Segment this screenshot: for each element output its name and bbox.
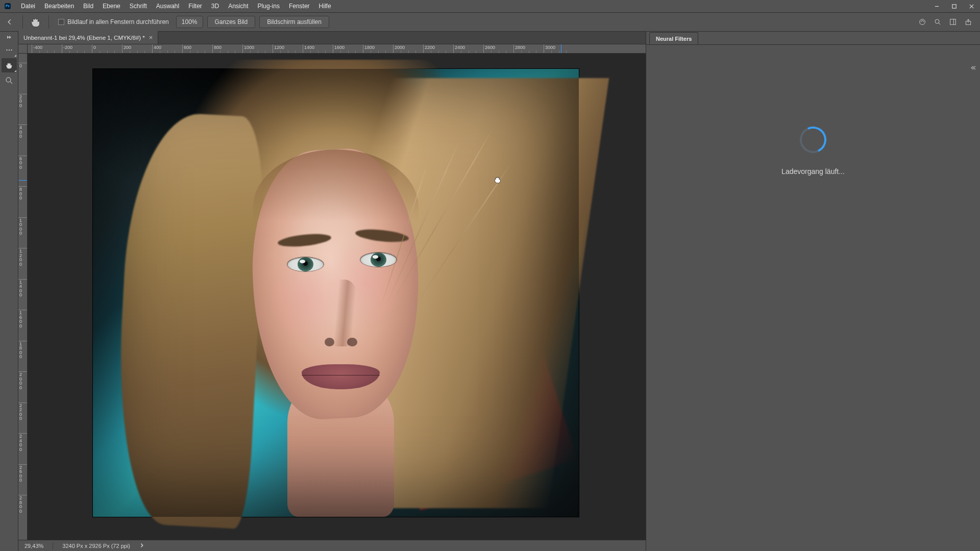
menu-ansicht[interactable]: Ansicht bbox=[224, 1, 253, 12]
right-panel: Neural Filters Ladevorgang läuft... bbox=[646, 32, 980, 551]
cloud-documents-icon[interactable] bbox=[918, 17, 927, 27]
menu-auswahl[interactable]: Auswahl bbox=[152, 1, 184, 12]
zoom-100-button[interactable]: 100% bbox=[176, 16, 203, 28]
checkbox-icon bbox=[58, 19, 64, 25]
ruler-horizontal[interactable]: -400-20002004006008001000120014001600180… bbox=[28, 44, 646, 54]
titlebar: Ps DateiBearbeitenBildEbeneSchriftAuswah… bbox=[0, 0, 980, 12]
svg-point-14 bbox=[8, 49, 9, 51]
menu-plug-ins[interactable]: Plug-ins bbox=[253, 1, 284, 12]
neural-filters-panel-body: Ladevorgang läuft... bbox=[646, 45, 980, 551]
options-bar: Bildlauf in allen Fenstern durchführen 1… bbox=[0, 12, 980, 32]
close-icon[interactable]: × bbox=[149, 34, 153, 41]
ruler-vertical[interactable]: 0200400600800100012001400160018002000220… bbox=[18, 54, 28, 540]
toolbar-expand-icon[interactable] bbox=[6, 35, 13, 40]
document-tab[interactable]: Unbenannt-1 bei 29,4% (Ebene 1, CMYK/8#)… bbox=[18, 31, 158, 44]
ruler-origin-corner[interactable] bbox=[18, 44, 28, 54]
loading-spinner-icon bbox=[796, 123, 830, 157]
menu-3d[interactable]: 3D bbox=[207, 1, 224, 12]
chevron-right-icon[interactable] bbox=[139, 543, 144, 549]
menu-ebene[interactable]: Ebene bbox=[98, 1, 125, 12]
canvas-viewport[interactable] bbox=[28, 54, 646, 540]
menu-datei[interactable]: Datei bbox=[16, 1, 40, 12]
loading-text: Ladevorgang läuft... bbox=[781, 167, 845, 176]
home-back-button[interactable] bbox=[3, 15, 16, 29]
svg-point-6 bbox=[920, 19, 925, 25]
menu-bearbeiten[interactable]: Bearbeiten bbox=[40, 1, 79, 12]
document-area: Unbenannt-1 bei 29,4% (Ebene 1, CMYK/8#)… bbox=[18, 32, 646, 551]
document-info[interactable]: 3240 Px x 2926 Px (72 ppi) bbox=[62, 543, 130, 549]
document-tab-title: Unbenannt-1 bei 29,4% (Ebene 1, CMYK/8#)… bbox=[23, 35, 145, 41]
panel-tabstrip: Neural Filters bbox=[646, 32, 980, 45]
separator bbox=[48, 15, 49, 29]
toolbar bbox=[0, 32, 18, 551]
panel-collapse-icon[interactable] bbox=[971, 64, 978, 69]
separator bbox=[22, 15, 23, 29]
menu-hilfe[interactable]: Hilfe bbox=[314, 1, 336, 12]
search-icon[interactable] bbox=[933, 17, 942, 27]
window-maximize-button[interactable] bbox=[945, 0, 963, 12]
zoom-level-field[interactable]: 29,43% bbox=[24, 543, 43, 549]
window-minimize-button[interactable] bbox=[928, 0, 945, 12]
svg-point-7 bbox=[935, 19, 939, 23]
workspace: Unbenannt-1 bei 29,4% (Ebene 1, CMYK/8#)… bbox=[0, 32, 980, 551]
menu-filter[interactable]: Filter bbox=[184, 1, 207, 12]
svg-line-8 bbox=[939, 23, 940, 24]
document-tabstrip: Unbenannt-1 bei 29,4% (Ebene 1, CMYK/8#)… bbox=[18, 32, 646, 44]
neural-filters-tab[interactable]: Neural Filters bbox=[649, 32, 698, 44]
workspace-switcher-icon[interactable] bbox=[948, 17, 958, 27]
menubar: DateiBearbeitenBildEbeneSchriftAuswahlFi… bbox=[15, 1, 928, 12]
scroll-all-windows-label: Bildlauf in allen Fenstern durchführen bbox=[67, 18, 169, 26]
window-close-button[interactable] bbox=[963, 0, 980, 12]
panel-tab-label: Neural Filters bbox=[656, 36, 692, 42]
hand-tool[interactable] bbox=[2, 58, 17, 72]
svg-point-13 bbox=[6, 49, 7, 51]
tool-preset-icon[interactable] bbox=[29, 15, 42, 29]
share-icon[interactable] bbox=[964, 17, 973, 27]
app-icon: Ps bbox=[2, 1, 13, 12]
zoom-tool[interactable] bbox=[2, 73, 17, 88]
photo-content bbox=[93, 69, 579, 517]
menu-fenster[interactable]: Fenster bbox=[284, 1, 314, 12]
window-controls bbox=[928, 0, 980, 12]
edit-toolbar-button[interactable] bbox=[2, 43, 17, 57]
svg-rect-3 bbox=[952, 4, 955, 8]
scroll-all-windows-checkbox[interactable]: Bildlauf in allen Fenstern durchführen bbox=[55, 18, 172, 26]
canvas-image[interactable] bbox=[93, 69, 579, 517]
svg-line-17 bbox=[10, 82, 12, 84]
fill-screen-button[interactable]: Bildschirm ausfüllen bbox=[259, 16, 329, 28]
status-bar: 29,43% 3240 Px x 2926 Px (72 ppi) bbox=[18, 540, 646, 551]
svg-text:Ps: Ps bbox=[6, 4, 10, 8]
menu-schrift[interactable]: Schrift bbox=[125, 1, 152, 12]
svg-point-15 bbox=[11, 49, 12, 51]
svg-point-16 bbox=[6, 78, 11, 82]
svg-rect-9 bbox=[950, 19, 956, 25]
menu-bild[interactable]: Bild bbox=[79, 1, 98, 12]
fit-screen-button[interactable]: Ganzes Bild bbox=[207, 16, 256, 28]
